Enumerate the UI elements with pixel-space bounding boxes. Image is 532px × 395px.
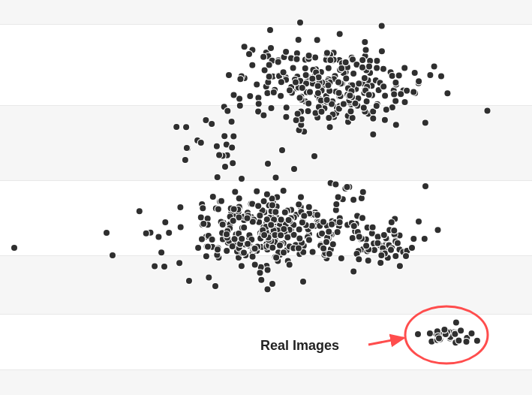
scatter-point [337, 31, 343, 37]
scatter-point [216, 152, 222, 158]
scatter-point [326, 229, 332, 235]
scatter-point [281, 249, 287, 255]
scatter-point [262, 67, 268, 73]
scatter-point [230, 134, 236, 140]
scatter-point [266, 62, 272, 68]
scatter-point [352, 101, 358, 107]
scatter-point [152, 264, 158, 270]
scatter-point [237, 103, 243, 109]
scatter-point [343, 76, 349, 82]
scatter-point [337, 219, 343, 225]
scatter-point [464, 339, 470, 345]
scatter-point [295, 110, 301, 116]
scatter-point [290, 65, 296, 71]
scatter-point [427, 72, 433, 78]
scatter-point [215, 206, 221, 212]
scatter-point [242, 44, 248, 50]
scatter-point [341, 101, 347, 107]
scatter-point [265, 267, 271, 273]
scatter-point [186, 278, 192, 284]
scatter-point [226, 72, 232, 78]
scatter-point [209, 237, 215, 243]
scatter-point [224, 248, 230, 254]
scatter-point [296, 201, 302, 207]
scatter-point [215, 246, 221, 252]
scatter-point [315, 90, 321, 96]
scatter-chart: Real Images [0, 0, 532, 395]
scatter-point [287, 87, 293, 93]
scatter-point [273, 175, 279, 181]
scatter-point [210, 194, 216, 200]
scatter-point [247, 93, 253, 99]
scatter-point [283, 49, 289, 55]
scatter-point [297, 20, 303, 26]
scatter-point [230, 218, 236, 224]
scatter-point [350, 235, 356, 241]
scatter-point [279, 147, 285, 153]
scatter-point [351, 223, 357, 229]
scatter-point [335, 229, 341, 235]
scatter-point [347, 92, 353, 98]
scatter-point [397, 263, 403, 269]
scatter-point [395, 240, 401, 246]
scatter-point [275, 59, 281, 65]
scatter-point [309, 223, 315, 229]
scatter-point [203, 117, 209, 123]
scatter-point [315, 83, 321, 89]
scatter-point [286, 217, 292, 223]
scatter-point [161, 264, 167, 270]
scatter-point [350, 115, 356, 121]
scatter-point [363, 243, 369, 249]
scatter-point [326, 65, 332, 71]
scatter-point [282, 210, 288, 216]
scatter-point [312, 54, 318, 60]
scatter-point [221, 133, 227, 139]
scatter-point [458, 327, 464, 333]
scatter-point [369, 231, 375, 237]
scatter-point [389, 219, 395, 225]
scatter-point [370, 131, 376, 137]
scatter-point [218, 198, 224, 204]
scatter-point [378, 252, 384, 258]
scatter-point [182, 157, 188, 163]
scatter-point [283, 114, 289, 120]
scatter-point [402, 99, 408, 105]
scatter-point [296, 246, 302, 252]
scatter-point [245, 241, 251, 247]
scatter-point [330, 241, 336, 247]
scatter-point [269, 202, 275, 208]
scatter-point [422, 183, 428, 189]
scatter-point [220, 222, 226, 228]
scatter-point [199, 237, 205, 243]
scatter-point [281, 188, 287, 194]
scatter-point [361, 105, 367, 111]
scatter-point [416, 219, 422, 225]
scatter-point [250, 254, 256, 260]
scatter-point [258, 277, 264, 283]
scatter-point [239, 236, 245, 242]
scatter-point [382, 117, 388, 123]
scatter-point [162, 219, 168, 225]
scatter-point [198, 214, 204, 220]
scatter-point [379, 48, 385, 54]
scatter-point [249, 201, 255, 207]
scatter-point [200, 221, 206, 227]
scatter-point [257, 213, 263, 219]
scatter-point [356, 256, 362, 262]
scatter-point [348, 108, 354, 114]
scatter-point [264, 191, 270, 198]
scatter-point [422, 236, 428, 242]
scatter-point [293, 80, 299, 86]
scatter-point [320, 219, 326, 225]
scatter-point [325, 83, 331, 89]
scatter-point [195, 245, 201, 251]
scatter-point [261, 198, 267, 204]
scatter-point [291, 166, 297, 172]
scatter-point [166, 230, 172, 236]
scatter-point [360, 189, 366, 195]
scatter-point [365, 258, 371, 264]
scatter-point [335, 194, 341, 201]
scatter-point [296, 236, 302, 242]
scatter-point [380, 66, 386, 72]
scatter-point [343, 59, 349, 65]
